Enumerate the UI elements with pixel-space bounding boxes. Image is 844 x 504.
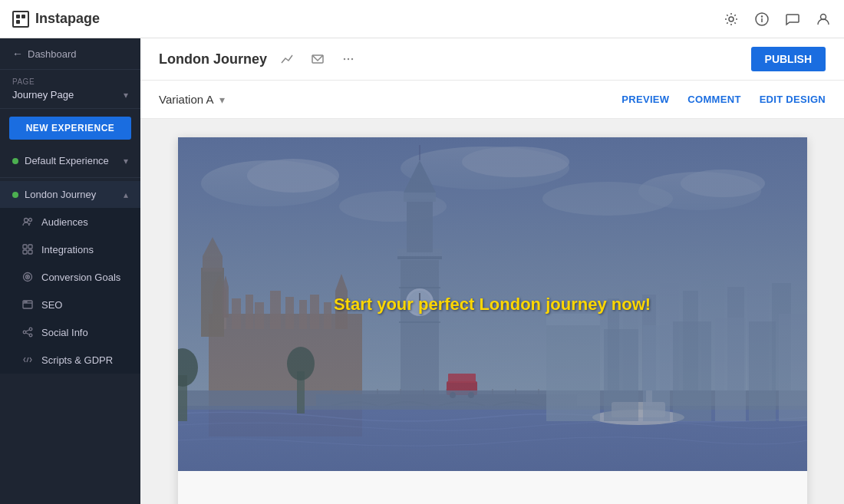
hero-text-container: Start your perfect London journey now!	[334, 295, 651, 315]
audiences-icon	[21, 216, 34, 228]
svg-line-24	[26, 330, 30, 331]
sidebar-page-value[interactable]: Journey Page ▾	[12, 89, 128, 100]
sidebar-item-social-info[interactable]: Social Info	[0, 318, 140, 346]
svg-rect-11	[28, 245, 32, 249]
hero-highlight: London	[479, 295, 541, 314]
hero-text-after: journey now!	[541, 295, 651, 314]
content-area: London Journey	[140, 38, 844, 504]
logo-icon	[12, 11, 29, 28]
svg-point-23	[29, 334, 32, 337]
sidebar-page-name: Journey Page	[12, 89, 74, 100]
page-header: London Journey	[140, 38, 844, 81]
seo-label: SEO	[41, 299, 62, 311]
comment-button[interactable]: COMMENT	[687, 94, 740, 105]
svg-rect-0	[16, 15, 20, 18]
publish-button[interactable]: PUBLISH	[751, 47, 826, 71]
more-options-icon[interactable]	[338, 48, 359, 70]
london-journey-chevron: ▴	[124, 189, 128, 200]
scripts-icon	[21, 354, 34, 366]
svg-point-28	[344, 58, 345, 60]
sidebar-page-chevron: ▾	[124, 90, 128, 100]
settings-icon[interactable]	[723, 11, 740, 28]
variation-selector[interactable]: Variation A ▾	[159, 93, 225, 106]
hero-headline: Start your perfect London journey now!	[334, 295, 651, 315]
svg-point-20	[26, 301, 27, 302]
audiences-label: Audiences	[41, 216, 88, 228]
london-journey-label: London Journey	[25, 189, 96, 200]
svg-point-22	[23, 331, 26, 334]
svg-line-26	[27, 357, 28, 362]
hero-section: Start your perfect London journey now!	[178, 137, 807, 471]
chat-icon[interactable]	[784, 11, 801, 28]
sidebar-back-label: Dashboard	[28, 48, 77, 60]
conversion-goals-icon	[21, 271, 34, 283]
sidebar-new-experience: NEW EXPERIENCE	[9, 117, 131, 140]
sidebar-item-london-journey[interactable]: London Journey ▴	[0, 181, 140, 208]
page-header-left: London Journey	[159, 48, 359, 70]
new-experience-button[interactable]: NEW EXPERIENCE	[9, 117, 131, 140]
svg-point-8	[25, 219, 28, 222]
svg-point-29	[348, 58, 349, 60]
page-preview: Start your perfect London journey now!	[178, 137, 807, 504]
analytics-icon[interactable]	[276, 48, 298, 70]
sidebar-item-default-experience[interactable]: Default Experience ▾	[0, 147, 140, 174]
preview-button[interactable]: PREVIEW	[621, 94, 669, 105]
sidebar-submenu: Audiences Integrations	[0, 208, 140, 374]
back-arrow-icon: ←	[12, 48, 23, 60]
sidebar-item-seo[interactable]: SEO	[0, 291, 140, 318]
svg-line-25	[26, 333, 30, 334]
integrations-label: Integrations	[41, 244, 94, 255]
edit-design-button[interactable]: EDIT DESIGN	[760, 94, 826, 105]
svg-point-6	[762, 16, 763, 17]
logo-text: Instapage	[35, 11, 100, 27]
info-icon[interactable]	[753, 11, 770, 28]
svg-point-16	[27, 276, 28, 278]
social-info-label: Social Info	[41, 327, 88, 338]
variation-label: Variation A	[159, 93, 213, 106]
sidebar-back-btn[interactable]: ← Dashboard	[0, 38, 140, 70]
sidebar-item-audiences[interactable]: Audiences	[0, 208, 140, 236]
below-hero-section	[178, 471, 807, 504]
conversion-goals-label: Conversion Goals	[41, 272, 120, 283]
variation-chevron-icon: ▾	[219, 94, 225, 106]
svg-point-3	[729, 17, 734, 21]
svg-point-9	[29, 219, 32, 222]
topbar-right	[723, 11, 832, 28]
email-icon[interactable]	[307, 48, 328, 70]
variation-actions: PREVIEW COMMENT EDIT DESIGN	[621, 94, 826, 105]
svg-rect-13	[28, 250, 32, 254]
sidebar-divider	[0, 177, 140, 178]
sidebar-item-integrations[interactable]: Integrations	[0, 236, 140, 263]
sidebar-page-label: Page	[12, 77, 128, 86]
exp-dot-london	[12, 192, 18, 198]
svg-rect-2	[16, 20, 20, 24]
sidebar: ← Dashboard Page Journey Page ▾ NEW EXPE…	[0, 38, 140, 504]
exp-dot-default	[12, 158, 18, 164]
svg-point-19	[25, 301, 25, 302]
default-experience-chevron: ▾	[124, 156, 128, 166]
social-info-icon	[21, 326, 34, 338]
scripts-gdpr-label: Scripts & GDPR	[41, 354, 113, 366]
svg-rect-10	[23, 245, 27, 249]
hero-text-before: Start your perfect	[334, 295, 480, 314]
topbar: Instapage	[0, 0, 844, 38]
svg-rect-12	[23, 250, 27, 254]
svg-point-21	[29, 328, 32, 331]
sidebar-page-section: Page Journey Page ▾	[0, 70, 140, 109]
preview-area: Start your perfect London journey now!	[140, 119, 844, 504]
page-title: London Journey	[159, 51, 267, 68]
sidebar-item-scripts-gdpr[interactable]: Scripts & GDPR	[0, 346, 140, 374]
user-icon[interactable]	[815, 11, 832, 28]
sidebar-item-conversion-goals[interactable]: Conversion Goals	[0, 263, 140, 291]
integrations-icon	[21, 243, 34, 255]
svg-point-30	[351, 58, 353, 60]
topbar-left: Instapage	[12, 11, 100, 28]
svg-rect-1	[21, 15, 25, 18]
variation-bar: Variation A ▾ PREVIEW COMMENT EDIT DESIG…	[140, 81, 844, 119]
default-experience-label: Default Experience	[25, 155, 109, 166]
main-layout: ← Dashboard Page Journey Page ▾ NEW EXPE…	[0, 38, 844, 504]
seo-icon	[21, 298, 34, 311]
